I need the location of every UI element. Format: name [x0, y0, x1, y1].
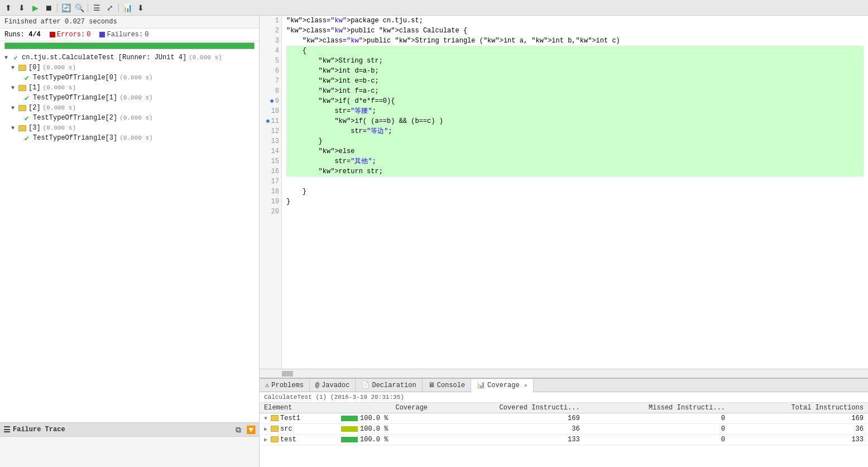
tree-test-2-0[interactable]: ✔ TestTypeOfTriangle[2] (0.000 s) — [0, 113, 259, 123]
toolbar-btn-down[interactable]: ⬇ — [16, 2, 28, 14]
failure-trace-filter-btn[interactable]: 🔽 — [246, 425, 256, 435]
toolbar-btn-rerun[interactable]: 🔄 — [60, 2, 72, 14]
main-area: Finished after 0.027 seconds Runs: 4/4 E… — [0, 16, 868, 467]
code-line-19: } — [286, 197, 864, 207]
code-line-14: "kw">else — [286, 146, 864, 156]
tab-bar: ⚠ Problems @ Javadoc 📄 Declaration 🖥 Con… — [260, 379, 868, 392]
coverage-pct-test: 100.0 % — [337, 435, 432, 445]
line-number-5: 5 — [262, 56, 279, 66]
tree-test-3-0[interactable]: ✔ TestTypeOfTriangle[3] (0.000 s) — [0, 133, 259, 143]
coverage-row-src[interactable]: ▶ src100.0 %36036 — [260, 424, 868, 435]
declaration-icon: 📄 — [361, 381, 370, 389]
tree-arrow-root[interactable]: ▼ — [4, 55, 11, 61]
test-tree[interactable]: ▼ ✔ cn.tju.st.CalculateTest [Runner: JUn… — [0, 50, 259, 422]
code-line-17 — [286, 177, 864, 187]
line-num-text-8: 8 — [275, 86, 279, 96]
code-area[interactable]: 12345678◆910◆11121314151617181920 "kw">c… — [260, 16, 868, 369]
tree-arrow-3[interactable]: ▼ — [11, 125, 18, 131]
line-number-3: 3 — [262, 36, 279, 46]
coverage-row-Test1[interactable]: ▼ Test1100.0 %1690169 — [260, 413, 868, 424]
coverage-label-test: test — [280, 436, 296, 444]
tree-group-0-time: (0.000 s) — [43, 64, 76, 71]
line-num-text-11: 11 — [271, 116, 279, 126]
toolbar-btn-up[interactable]: ⬆ — [2, 2, 15, 14]
tab-coverage[interactable]: 📊 Coverage ✕ — [471, 379, 534, 392]
line-num-text-6: 6 — [275, 66, 279, 76]
progress-bar-fill — [5, 43, 254, 49]
tab-javadoc[interactable]: @ Javadoc — [310, 379, 356, 392]
col-covered: Covered Instructi... — [432, 403, 584, 413]
expand-btn-Test1[interactable]: ▼ — [264, 416, 271, 422]
coverage-missed-src: 0 — [584, 424, 730, 435]
coverage-pct-Test1: 100.0 % — [337, 413, 432, 424]
tree-group-2[interactable]: ▼ [2] (0.000 s) — [0, 103, 259, 113]
marker-icon-9: ◆ — [270, 96, 274, 106]
toolbar-btn-expand[interactable]: ⤢ — [104, 2, 116, 14]
progress-bar-container — [4, 42, 255, 49]
coverage-missed-test: 0 — [584, 435, 730, 445]
tree-group-0[interactable]: ▼ [0] (0.000 s) — [0, 63, 259, 73]
marker-icon-11: ◆ — [266, 116, 270, 126]
tree-group-2-label: [2] — [28, 104, 41, 112]
toolbar-separator-3 — [118, 3, 119, 12]
tab-console[interactable]: 🖥 Console — [423, 379, 471, 392]
tab-declaration[interactable]: 📄 Declaration — [356, 379, 422, 392]
scrollbar-thumb[interactable] — [282, 371, 293, 377]
line-numbers: 12345678◆910◆11121314151617181920 — [260, 16, 282, 369]
tree-arrow-2[interactable]: ▼ — [11, 105, 18, 111]
tree-test-0-0-label: TestTypeOfTriangle[0] — [33, 74, 117, 82]
left-panel: Finished after 0.027 seconds Runs: 4/4 E… — [0, 16, 260, 467]
line-number-4: 4 — [262, 46, 279, 56]
pass-icon-3-0: ✔ — [22, 134, 31, 142]
folder-icon-0 — [18, 63, 27, 72]
code-line-6: "kw">int d=a-b; — [286, 66, 864, 76]
line-number-19: 19 — [262, 197, 279, 207]
tree-arrow-0[interactable]: ▼ — [11, 65, 18, 71]
errors-badge: Errors: 0 — [50, 31, 91, 39]
expand-btn-test[interactable]: ▶ — [264, 437, 271, 443]
code-scrollbar[interactable] — [260, 369, 868, 378]
tree-test-1-0-time: (0.000 s) — [119, 94, 152, 101]
tree-test-0-0[interactable]: ✔ TestTypeOfTriangle[0] (0.000 s) — [0, 73, 259, 83]
tree-group-1-time: (0.000 s) — [43, 84, 76, 91]
tree-group-3-label: [3] — [28, 124, 41, 132]
code-line-9: "kw">if( d*e*f==0){ — [286, 96, 864, 106]
expand-btn-src[interactable]: ▶ — [264, 426, 271, 432]
tree-group-3[interactable]: ▼ [3] (0.000 s) — [0, 123, 259, 133]
col-coverage: Coverage — [337, 403, 432, 413]
tree-root[interactable]: ▼ ✔ cn.tju.st.CalculateTest [Runner: JUn… — [0, 53, 259, 63]
code-line-7: "kw">int e=b-c; — [286, 76, 864, 86]
line-num-text-7: 7 — [275, 76, 279, 86]
toolbar-btn-more[interactable]: ⬇ — [135, 2, 147, 14]
toolbar-btn-stop[interactable]: ⏹ — [42, 2, 55, 14]
failure-trace-header: ☰ Failure Trace ⧉ 🔽 — [0, 423, 259, 437]
coverage-close-icon[interactable]: ✕ — [524, 382, 527, 389]
code-line-4: { — [286, 46, 864, 56]
failure-trace-panel: ☰ Failure Trace ⧉ 🔽 — [0, 422, 259, 467]
toolbar-btn-layout[interactable]: ☰ — [90, 2, 103, 14]
tree-arrow-1[interactable]: ▼ — [11, 85, 18, 91]
code-line-15: str="其他"; — [286, 156, 864, 166]
col-element: Element — [260, 403, 337, 413]
toolbar-separator-1 — [57, 3, 57, 12]
code-line-2: "kw">class="kw">public "kw">class Calcul… — [286, 26, 864, 36]
failure-trace-copy-btn[interactable]: ⧉ — [233, 425, 243, 435]
coverage-total-Test1: 169 — [730, 413, 868, 424]
failures-badge: Failures: 0 — [99, 31, 148, 39]
code-editor: 12345678◆910◆11121314151617181920 "kw">c… — [260, 16, 868, 378]
coverage-row-test[interactable]: ▶ test100.0 %1330133 — [260, 435, 868, 445]
main-toolbar: ⬆ ⬇ ▶ ⏹ 🔄 🔍 ☰ ⤢ 📊 ⬇ — [0, 0, 868, 16]
tree-test-1-0[interactable]: ✔ TestTypeOfTriangle[1] (0.000 s) — [0, 93, 259, 103]
status-bar: Finished after 0.027 seconds — [0, 16, 259, 28]
toolbar-btn-hist[interactable]: 📊 — [121, 2, 133, 14]
code-line-16: "kw">return str; — [286, 166, 864, 177]
toolbar-btn-search[interactable]: 🔍 — [73, 2, 85, 14]
coverage-subtitle: CalculateTest (1) (2016-3-19 20:31:35) — [260, 392, 868, 403]
tab-problems[interactable]: ⚠ Problems — [260, 379, 310, 392]
tree-group-1[interactable]: ▼ [1] (0.000 s) — [0, 83, 259, 93]
pass-icon-0-0: ✔ — [22, 73, 31, 82]
tree-group-3-time: (0.000 s) — [43, 125, 76, 131]
toolbar-btn-run[interactable]: ▶ — [29, 2, 41, 14]
coverage-panel[interactable]: CalculateTest (1) (2016-3-19 20:31:35) E… — [260, 392, 868, 467]
tab-declaration-label: Declaration — [372, 382, 416, 389]
